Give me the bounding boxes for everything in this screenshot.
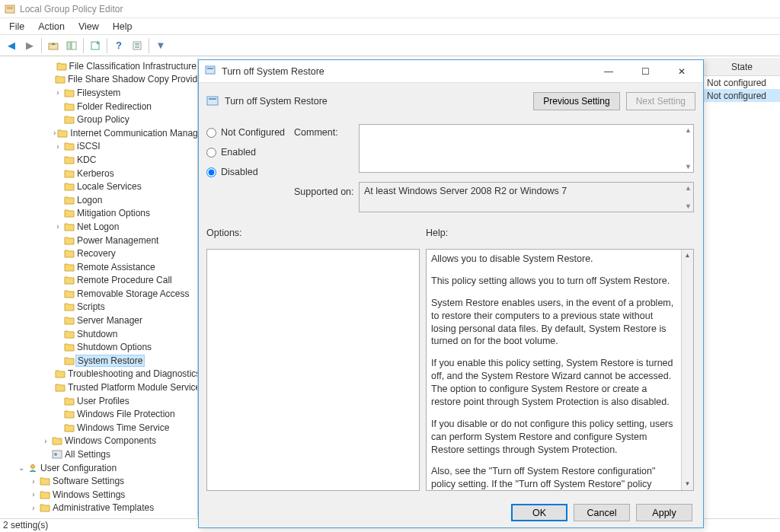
tree-item-label: System Restore: [76, 355, 144, 366]
scrollbar[interactable]: ▲ ▼: [681, 250, 693, 490]
cancel-button[interactable]: Cancel: [574, 504, 630, 521]
chevron-right-icon[interactable]: ›: [53, 129, 56, 137]
tree-item[interactable]: System Restore: [5, 354, 197, 368]
tree-item-label: Shutdown Options: [76, 342, 152, 352]
show-hide-tree-icon[interactable]: [63, 37, 80, 54]
tree-item[interactable]: All Settings: [5, 448, 197, 461]
help-box: Allows you to disable System Restore.Thi…: [426, 249, 694, 491]
tree-item[interactable]: ›Software Settings: [5, 474, 197, 488]
folder-icon: [64, 356, 75, 365]
tree-item[interactable]: Scripts: [5, 301, 197, 314]
tree-item[interactable]: File Share Shadow Copy Provider: [5, 73, 197, 87]
chevron-right-icon[interactable]: ›: [53, 88, 62, 97]
chevron-up-icon[interactable]: ▲: [685, 126, 692, 134]
menubar: File Action View Help: [0, 18, 780, 35]
tree-item-label: Scripts: [76, 301, 106, 312]
tree-item[interactable]: Trusted Platform Module Services: [5, 381, 197, 394]
chevron-right-icon[interactable]: ›: [29, 490, 38, 499]
tree-item[interactable]: Remote Assistance: [5, 260, 197, 274]
forward-icon[interactable]: ▶: [21, 37, 38, 54]
menu-help[interactable]: Help: [107, 20, 139, 33]
tree-item[interactable]: ›Windows Settings: [5, 488, 197, 502]
scroll-up-icon[interactable]: ▲: [682, 250, 693, 262]
menu-view[interactable]: View: [72, 20, 105, 33]
tree-item[interactable]: Locale Services: [5, 180, 197, 193]
ok-button[interactable]: OK: [511, 504, 567, 521]
chevron-down-icon[interactable]: ▼: [685, 202, 692, 210]
tree-item[interactable]: Mitigation Options: [5, 207, 197, 221]
radio-enabled[interactable]: Enabled: [206, 142, 294, 162]
tree-item[interactable]: Kerberos: [5, 167, 197, 180]
help-icon[interactable]: ?: [110, 37, 127, 54]
tree-item[interactable]: Recovery: [5, 247, 197, 260]
menu-file[interactable]: File: [3, 20, 30, 33]
tree-item[interactable]: ⌄User Configuration: [5, 461, 197, 475]
tree-item[interactable]: Folder Redirection: [5, 100, 197, 113]
tree-item[interactable]: Shutdown: [5, 327, 197, 341]
chevron-down-icon[interactable]: ⌄: [17, 464, 26, 472]
radio-disabled[interactable]: Disabled: [206, 162, 294, 182]
tree-item[interactable]: ›Filesystem: [5, 86, 197, 100]
tree-item[interactable]: Windows Time Service: [5, 421, 197, 435]
tree-item-label: Folder Redirection: [76, 101, 152, 112]
maximize-icon[interactable]: ☐: [630, 61, 660, 82]
up-folder-icon[interactable]: [45, 37, 62, 54]
back-icon[interactable]: ◀: [3, 37, 20, 54]
tree-item-label: Mitigation Options: [76, 208, 151, 218]
filter-icon[interactable]: ▼: [152, 37, 169, 54]
right-header-state[interactable]: State: [704, 58, 780, 76]
minimize-icon[interactable]: —: [593, 61, 624, 82]
folder-icon: [64, 249, 75, 258]
tree-item[interactable]: User Profiles: [5, 394, 197, 408]
tree-item-label: Internet Communication Management: [69, 128, 198, 139]
state-row[interactable]: Not configured: [704, 89, 780, 102]
tree-item[interactable]: Logon: [5, 193, 197, 207]
svg-rect-15: [207, 68, 213, 69]
radio-input[interactable]: [206, 167, 216, 177]
supported-on-box: At least Windows Server 2008 R2 or Windo…: [359, 182, 694, 212]
chevron-right-icon[interactable]: ›: [41, 437, 50, 445]
tree-item[interactable]: Shutdown Options: [5, 340, 197, 354]
tree-item[interactable]: Removable Storage Access: [5, 287, 197, 301]
state-row[interactable]: Not configured: [704, 76, 780, 89]
close-icon[interactable]: ✕: [667, 61, 697, 82]
tree-item[interactable]: ›iSCSI: [5, 140, 197, 154]
tree-item-label: User Configuration: [40, 463, 117, 473]
tree-item[interactable]: ›Net Logon: [5, 220, 197, 234]
tree-item[interactable]: Group Policy: [5, 113, 197, 126]
previous-setting-button[interactable]: Previous Setting: [533, 92, 619, 110]
properties-icon[interactable]: [129, 37, 145, 54]
comment-textarea[interactable]: ▲ ▼: [359, 124, 694, 173]
radio-input[interactable]: [206, 128, 216, 138]
menu-action[interactable]: Action: [32, 20, 71, 33]
export-list-icon[interactable]: [87, 37, 104, 54]
tree-item[interactable]: Server Manager: [5, 314, 197, 327]
apply-button[interactable]: Apply: [636, 504, 692, 521]
tree-item[interactable]: File Classification Infrastructure: [5, 59, 197, 73]
tree-item-label: Trusted Platform Module Services: [67, 382, 198, 393]
window-title: Local Group Policy Editor: [20, 4, 123, 14]
separator: [149, 38, 149, 53]
tree-item[interactable]: Troubleshooting and Diagnostics: [5, 368, 197, 381]
tree-item[interactable]: ›Internet Communication Management: [5, 126, 197, 140]
chevron-right-icon[interactable]: ›: [29, 477, 38, 486]
chevron-right-icon[interactable]: ›: [29, 504, 38, 512]
folder-icon: [64, 302, 75, 311]
tree-view[interactable]: File Classification InfrastructureFile S…: [0, 58, 198, 517]
chevron-up-icon[interactable]: ▲: [685, 184, 692, 192]
tree-item[interactable]: Windows File Protection: [5, 407, 197, 421]
radio-input[interactable]: [206, 148, 216, 158]
tree-item[interactable]: ›Administrative Templates: [5, 502, 197, 515]
tree-item[interactable]: Remote Procedure Call: [5, 274, 197, 288]
scroll-down-icon[interactable]: ▼: [682, 478, 693, 490]
radio-not-configured[interactable]: Not Configured: [206, 123, 294, 142]
tree-item[interactable]: Power Management: [5, 234, 197, 247]
chevron-right-icon[interactable]: ›: [53, 222, 62, 231]
svg-rect-10: [135, 47, 139, 48]
tree-item[interactable]: KDC: [5, 153, 197, 167]
tree-item[interactable]: ›Windows Components: [5, 435, 197, 448]
chevron-down-icon[interactable]: ▼: [685, 163, 692, 170]
chevron-right-icon[interactable]: ›: [53, 142, 62, 151]
folder-icon: [64, 222, 75, 231]
tree-item-label: Windows Settings: [52, 489, 126, 500]
